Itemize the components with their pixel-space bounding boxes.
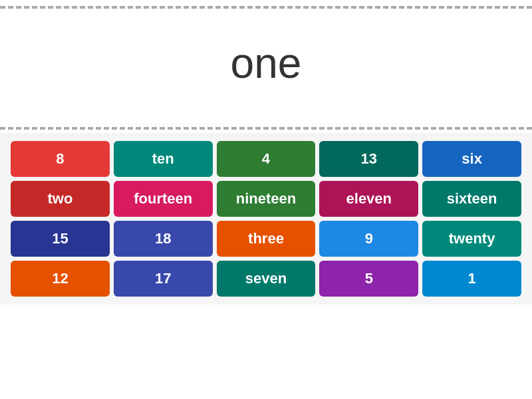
tile-12[interactable]: three bbox=[217, 221, 316, 257]
tile-6[interactable]: fourteen bbox=[114, 181, 213, 217]
main-word: one bbox=[231, 12, 302, 121]
tile-8[interactable]: eleven bbox=[319, 181, 418, 217]
tile-10[interactable]: 15 bbox=[11, 221, 110, 257]
tile-18[interactable]: 5 bbox=[319, 261, 418, 297]
top-dashed-strip bbox=[0, 0, 532, 12]
bottom-dashed-strip bbox=[0, 121, 532, 133]
tile-3[interactable]: 13 bbox=[319, 141, 418, 177]
tile-2[interactable]: 4 bbox=[217, 141, 316, 177]
tile-9[interactable]: sixteen bbox=[422, 181, 521, 217]
tile-16[interactable]: 17 bbox=[114, 261, 213, 297]
tile-5[interactable]: two bbox=[11, 181, 110, 217]
tile-17[interactable]: seven bbox=[217, 261, 316, 297]
tile-grid-section: 8ten413sixtwofourteennineteenelevensixte… bbox=[0, 133, 532, 305]
tile-0[interactable]: 8 bbox=[11, 141, 110, 177]
tile-1[interactable]: ten bbox=[114, 141, 213, 177]
tile-11[interactable]: 18 bbox=[114, 221, 213, 257]
tile-14[interactable]: twenty bbox=[422, 221, 521, 257]
tile-13[interactable]: 9 bbox=[319, 221, 418, 257]
tile-7[interactable]: nineteen bbox=[217, 181, 316, 217]
number-word-grid: 8ten413sixtwofourteennineteenelevensixte… bbox=[11, 141, 521, 297]
tile-19[interactable]: 1 bbox=[422, 261, 521, 297]
tile-15[interactable]: 12 bbox=[11, 261, 110, 297]
tile-4[interactable]: six bbox=[422, 141, 521, 177]
